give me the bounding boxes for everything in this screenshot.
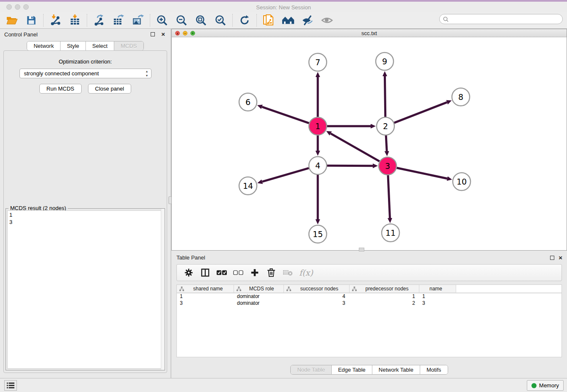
edge-2-9[interactable] bbox=[385, 76, 385, 117]
save-session-icon[interactable] bbox=[25, 14, 38, 27]
refresh-view-icon[interactable] bbox=[238, 14, 251, 27]
task-console-button[interactable] bbox=[4, 380, 17, 391]
memory-button[interactable]: Memory bbox=[527, 380, 564, 391]
tab-node-table[interactable]: Node Table bbox=[291, 365, 332, 374]
edge-3-11[interactable] bbox=[388, 175, 390, 218]
run-mcds-button[interactable]: Run MCDS bbox=[39, 84, 82, 94]
import-network-icon[interactable] bbox=[49, 14, 62, 27]
edge-4-3[interactable] bbox=[327, 166, 373, 166]
delete-column-icon[interactable] bbox=[266, 268, 276, 278]
add-column-icon[interactable] bbox=[250, 268, 260, 278]
edge-1-6[interactable] bbox=[262, 107, 309, 123]
table-cell[interactable]: dominator bbox=[234, 300, 284, 307]
export-table-icon[interactable] bbox=[112, 14, 125, 27]
table-cell[interactable]: 1 bbox=[350, 293, 419, 300]
edge-3-10[interactable] bbox=[397, 168, 447, 179]
network-window-titlebar[interactable]: x − + scc.txt bbox=[172, 29, 567, 37]
close-panel-button[interactable]: Close panel bbox=[88, 84, 132, 94]
mcds-tab-content: Optimization criterion: strongly connect… bbox=[3, 50, 167, 373]
column-header-predecessor-nodes[interactable]: predecessor nodes bbox=[350, 285, 419, 293]
node-table[interactable]: shared nameMCDS rolesuccessor nodesprede… bbox=[176, 284, 562, 357]
column-type-icon bbox=[352, 287, 357, 291]
zoom-selected-icon[interactable] bbox=[214, 14, 227, 27]
horizontal-splitter-grip[interactable] bbox=[359, 248, 364, 251]
mcds-result-text[interactable]: 13 bbox=[7, 210, 163, 369]
close-panel-icon[interactable]: × bbox=[161, 30, 165, 38]
table-cell[interactable]: 4 bbox=[284, 293, 350, 300]
svg-text:10: 10 bbox=[457, 177, 467, 186]
table-row[interactable]: 3dominator323 bbox=[177, 300, 561, 307]
graph-node-8[interactable]: 8 bbox=[452, 88, 470, 106]
clone-network-icon[interactable] bbox=[262, 14, 275, 27]
graph-node-2[interactable]: 2 bbox=[377, 117, 394, 135]
table-cell[interactable]: dominator bbox=[234, 293, 284, 300]
control-panel: Control Panel × NetworkStyleSelectMCDS O… bbox=[0, 29, 171, 378]
search-field[interactable] bbox=[439, 14, 563, 24]
apply-function-icon[interactable]: f(x) bbox=[299, 268, 313, 277]
tab-motifs[interactable]: Motifs bbox=[420, 365, 448, 374]
graph-node-15[interactable]: 15 bbox=[309, 225, 327, 243]
column-header-shared-name[interactable]: shared name bbox=[177, 285, 234, 293]
network-graph[interactable]: 7968124314101511 bbox=[172, 37, 567, 250]
criterion-select[interactable]: strongly connected component ▲▼ bbox=[19, 69, 151, 78]
svg-text:7: 7 bbox=[315, 58, 320, 67]
table-row[interactable]: 1dominator411 bbox=[177, 293, 561, 300]
tab-style[interactable]: Style bbox=[61, 41, 86, 50]
select-all-columns-icon[interactable] bbox=[217, 268, 227, 278]
table-cell[interactable]: 1 bbox=[177, 293, 234, 300]
column-type-icon bbox=[237, 287, 241, 291]
tab-network[interactable]: Network bbox=[27, 41, 61, 50]
graph-node-14[interactable]: 14 bbox=[239, 177, 257, 195]
memory-status-icon bbox=[531, 383, 537, 388]
edge-2-8[interactable] bbox=[394, 102, 447, 123]
svg-text:2: 2 bbox=[383, 121, 388, 131]
column-header-name[interactable]: name bbox=[419, 285, 456, 293]
task-list-icon bbox=[7, 382, 14, 389]
zoom-in-icon[interactable] bbox=[156, 14, 168, 27]
open-session-icon[interactable] bbox=[6, 14, 18, 27]
table-cell[interactable]: 3 bbox=[284, 300, 350, 307]
graph-node-1[interactable]: 1 bbox=[309, 117, 327, 135]
graph-node-10[interactable]: 10 bbox=[453, 173, 471, 190]
show-details-icon[interactable] bbox=[321, 14, 333, 27]
session-home-icon[interactable] bbox=[282, 14, 295, 27]
graph-node-9[interactable]: 9 bbox=[376, 52, 394, 70]
column-type-icon bbox=[286, 287, 291, 291]
result-scrollbar[interactable] bbox=[161, 209, 165, 370]
table-cell[interactable]: 2 bbox=[350, 300, 419, 307]
table-cell[interactable]: 3 bbox=[419, 300, 456, 307]
deselect-all-columns-icon[interactable] bbox=[233, 268, 243, 278]
graph-node-6[interactable]: 6 bbox=[239, 93, 257, 111]
graph-node-3[interactable]: 3 bbox=[379, 157, 396, 175]
graph-node-11[interactable]: 11 bbox=[382, 224, 399, 242]
export-image-icon[interactable] bbox=[132, 14, 144, 27]
table-toolbar: f(x) bbox=[176, 264, 562, 281]
table-settings-icon[interactable] bbox=[184, 268, 194, 278]
search-input[interactable] bbox=[449, 16, 562, 22]
table-cell[interactable]: 3 bbox=[177, 300, 234, 307]
zoom-out-icon[interactable] bbox=[175, 14, 188, 27]
edge-4-14[interactable] bbox=[262, 168, 309, 182]
tab-mcds[interactable]: MCDS bbox=[114, 41, 143, 50]
zoom-fit-icon[interactable] bbox=[195, 14, 207, 27]
split-columns-icon[interactable] bbox=[200, 268, 210, 278]
close-table-panel-icon[interactable]: × bbox=[559, 254, 562, 262]
edge-2-3[interactable] bbox=[386, 135, 387, 151]
import-table-icon[interactable] bbox=[69, 14, 81, 27]
table-cell[interactable]: 1 bbox=[419, 293, 456, 300]
tab-edge-table[interactable]: Edge Table bbox=[332, 365, 372, 374]
hide-details-icon[interactable] bbox=[301, 14, 314, 27]
table-panel: Table Panel × f(x) shared nameMCDS roles… bbox=[171, 252, 567, 378]
graph-node-7[interactable]: 7 bbox=[309, 53, 327, 71]
float-panel-icon[interactable] bbox=[151, 32, 155, 36]
tab-select[interactable]: Select bbox=[86, 41, 114, 50]
tab-network-table[interactable]: Network Table bbox=[372, 365, 420, 374]
graph-node-4[interactable]: 4 bbox=[309, 157, 327, 174]
network-canvas[interactable]: 7968124314101511 bbox=[172, 37, 567, 250]
export-network-icon[interactable] bbox=[93, 14, 105, 27]
column-header-MCDS-role[interactable]: MCDS role bbox=[234, 285, 284, 293]
column-header-successor-nodes[interactable]: successor nodes bbox=[284, 285, 350, 293]
edge-3-1[interactable] bbox=[330, 133, 379, 161]
delete-table-icon[interactable] bbox=[283, 268, 293, 278]
float-table-panel-icon[interactable] bbox=[550, 256, 554, 260]
